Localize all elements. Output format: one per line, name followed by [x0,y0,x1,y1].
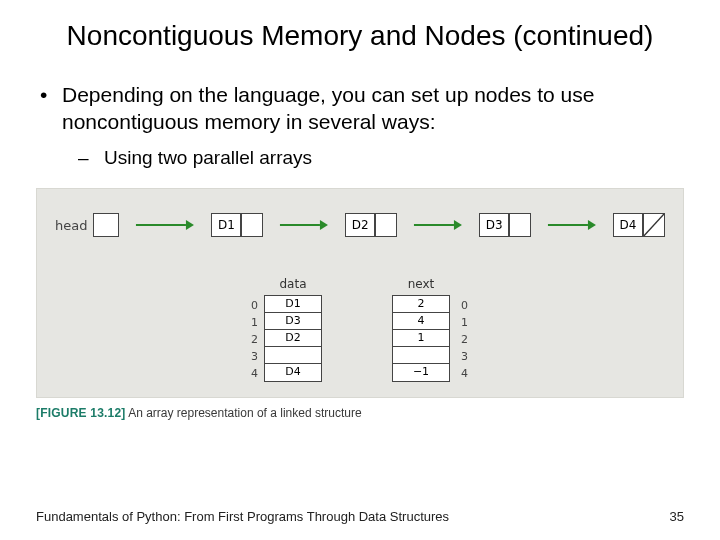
idx: 3 [246,348,258,365]
cell: D3 [265,313,321,330]
node-1: D1 [211,213,263,237]
arrow-icon [531,213,613,237]
next-table: next 2 4 1 −1 0 1 2 3 4 [392,277,474,382]
cell [265,347,321,364]
head-box [93,213,119,237]
slide-number: 35 [670,509,684,524]
node-next [241,213,263,237]
svg-line-8 [644,214,664,236]
index-column: 0 1 2 3 4 [246,277,264,382]
idx: 1 [456,314,468,331]
figure-caption-text: An array representation of a linked stru… [128,406,361,420]
node-2: D2 [345,213,397,237]
node-data: D3 [479,213,509,237]
svg-marker-1 [186,220,194,230]
node-next [509,213,531,237]
cell: 2 [393,296,449,313]
figure-caption: [FIGURE 13.12] An array representation o… [36,406,684,420]
idx: 0 [456,297,468,314]
data-table: 0 1 2 3 4 data D1 D3 D2 D4 [246,277,322,382]
cell: D4 [265,364,321,381]
arrow-icon [397,213,479,237]
node-data: D2 [345,213,375,237]
bullet-level2: – Using two parallel arrays [40,146,680,171]
slide-footer: Fundamentals of Python: From First Progr… [36,509,684,524]
slide-title: Noncontiguous Memory and Nodes (continue… [0,0,720,53]
cell: D1 [265,296,321,313]
bullet-level1: • Depending on the language, you can set… [40,81,680,136]
arrow-icon [263,213,345,237]
bullet1-text: Depending on the language, you can set u… [62,81,680,136]
idx: 4 [456,365,468,382]
linked-list-row: head D1 D2 D3 [55,213,665,237]
bullet2-text: Using two parallel arrays [104,146,312,171]
cell: 4 [393,313,449,330]
index-column-right: 0 1 2 3 4 [456,277,474,382]
idx: 2 [246,331,258,348]
data-header: data [279,277,306,291]
figure-container: head D1 D2 D3 [36,188,684,420]
arrow-icon [119,213,211,237]
figure-number: [FIGURE 13.12] [36,406,126,420]
node-4: D4 [613,213,665,237]
next-header: next [408,277,435,291]
svg-marker-5 [454,220,462,230]
bullet-dash-icon: – [78,146,104,171]
footer-text: Fundamentals of Python: From First Progr… [36,509,449,524]
bullet-list: • Depending on the language, you can set… [0,53,720,170]
idx: 3 [456,348,468,365]
cell: 1 [393,330,449,347]
cell: D2 [265,330,321,347]
next-cells: 2 4 1 −1 [392,295,450,382]
node-data: D1 [211,213,241,237]
idx: 2 [456,331,468,348]
null-slash-icon [644,214,664,236]
cell: −1 [393,364,449,381]
node-3: D3 [479,213,531,237]
data-cells: D1 D3 D2 D4 [264,295,322,382]
idx: 0 [246,297,258,314]
idx: 1 [246,314,258,331]
cell [393,347,449,364]
node-data: D4 [613,213,643,237]
bullet-dot-icon: • [40,81,62,136]
node-next-null [643,213,665,237]
parallel-arrays: 0 1 2 3 4 data D1 D3 D2 D4 [37,277,683,382]
figure-panel: head D1 D2 D3 [36,188,684,398]
idx: 4 [246,365,258,382]
head-label: head [55,218,87,233]
svg-marker-7 [588,220,596,230]
node-next [375,213,397,237]
svg-marker-3 [320,220,328,230]
